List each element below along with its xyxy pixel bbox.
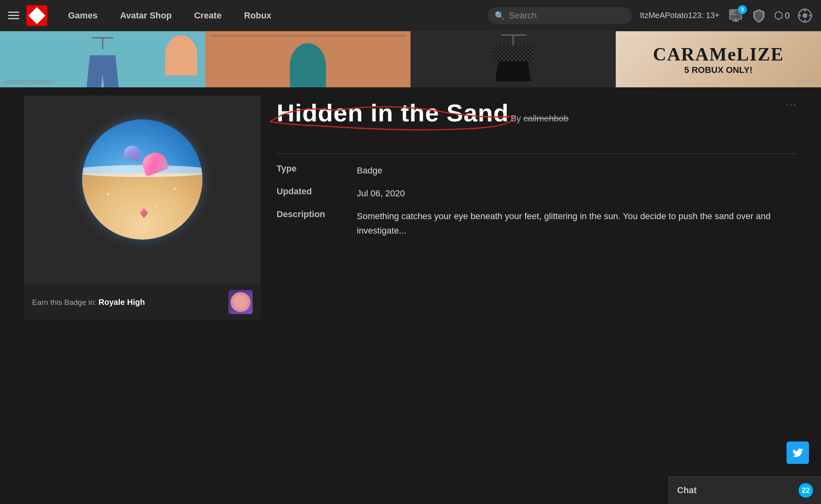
search-bar[interactable]: 🔍 [487,7,632,24]
report-button[interactable]: Report [797,77,817,85]
robux-count: 0 [785,10,790,21]
nav-create[interactable]: Create [183,10,233,21]
robux-button[interactable]: ⬡ 0 [774,9,790,22]
chat-count: 22 [799,483,813,498]
chat-bar[interactable]: Chat 22 [669,476,821,504]
svg-rect-9 [804,8,806,12]
svg-rect-4 [730,14,736,15]
earn-badge-bar: Earn this Badge in: Royale High [24,284,261,320]
type-label: Type [277,163,357,174]
notifications-button[interactable]: 3 [728,8,744,24]
nav-games[interactable]: Games [57,10,109,21]
ad-label: ADVERTISEMENT [4,79,55,85]
search-icon: 🔍 [495,11,505,20]
svg-rect-11 [798,15,801,16]
ad-panel-3 [410,31,616,87]
badge-title: Hidden in the Sand [277,99,509,127]
title-wrapper: Hidden in the Sand [277,99,509,130]
type-row: Type Badge [277,163,797,177]
description-row: Description Something catches your eye b… [277,209,797,237]
description-label: Description [277,209,357,220]
ad-banner[interactable]: CARAMeLIZE 5 ROBUX ONLY! [0,31,821,87]
divider [277,153,797,154]
ad-section: CARAMeLIZE 5 ROBUX ONLY! ADVERTISEMENT R… [0,31,821,87]
hamburger-menu[interactable] [8,12,19,19]
updated-label: Updated [277,186,357,197]
updated-value: Jul 06, 2020 [357,186,797,200]
svg-rect-6 [732,20,739,22]
game-thumbnail[interactable] [229,290,253,314]
svg-rect-10 [804,20,806,23]
description-value: Something catches your eye beneath your … [357,209,797,237]
earn-badge-text: Earn this Badge in: Royale High [32,298,145,307]
ad-panel-caramelize: CARAMeLIZE 5 ROBUX ONLY! [616,31,821,87]
right-panel: ··· Hidden in the Sand By callmehbob Typ… [277,95,797,320]
search-input[interactable] [509,10,625,21]
badge-panel: ✦ ✦ ✦ Earn this Badge in: Royale High [24,95,261,320]
chat-label: Chat [677,485,697,496]
nav-links: Games Avatar Shop Create Robux [57,10,283,21]
game-name: Royale High [99,298,145,306]
info-table: Type Badge Updated Jul 06, 2020 Descript… [277,163,797,238]
caramelize-title: CARAMeLIZE [653,44,784,65]
main-content: ✦ ✦ ✦ Earn this Badge in: Royale High ··… [0,87,821,328]
shield-button[interactable] [751,8,767,24]
svg-rect-2 [730,11,736,12]
author-link[interactable]: callmehbob [524,113,569,123]
navbar: Games Avatar Shop Create Robux 🔍 ItzMeAP… [0,0,821,31]
notification-badge: 3 [738,5,747,14]
badge-image: ✦ ✦ ✦ [24,95,261,272]
caramelize-sub: 5 ROBUX ONLY! [684,65,752,75]
twitter-button[interactable] [787,442,809,464]
badge-circle: ✦ ✦ ✦ [82,119,202,240]
roblox-logo[interactable] [26,5,47,26]
more-options-button[interactable]: ··· [786,99,797,110]
user-info: ItzMeAPotato123: 13+ [640,11,719,20]
svg-point-8 [803,13,807,18]
svg-rect-12 [809,15,812,16]
nav-avatar-shop[interactable]: Avatar Shop [109,10,183,21]
nav-robux[interactable]: Robux [233,10,283,21]
updated-row: Updated Jul 06, 2020 [277,186,797,200]
type-value: Badge [357,163,797,177]
nav-icons: 3 ⬡ 0 [728,8,813,24]
settings-button[interactable] [797,8,813,24]
ad-panel-2 [205,31,410,87]
author-line: By callmehbob [511,113,568,124]
svg-rect-3 [730,12,734,13]
